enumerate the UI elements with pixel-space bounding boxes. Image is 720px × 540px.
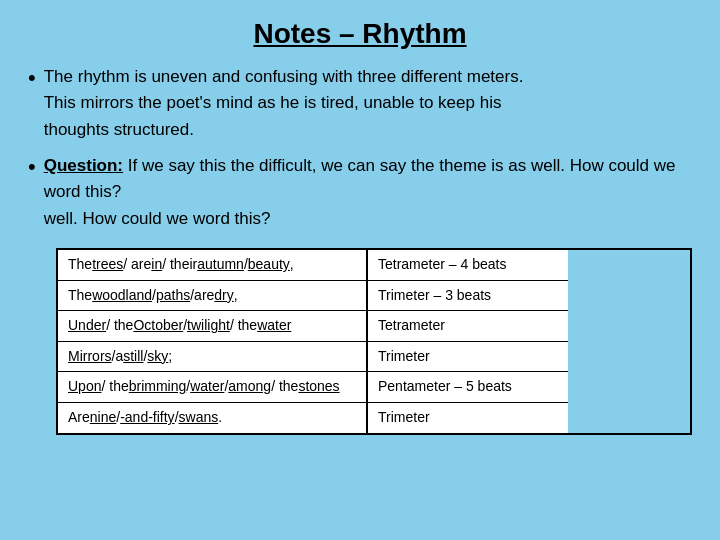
table-right-column: Tetrameter – 4 beats Trimeter – 3 beats …: [368, 250, 568, 433]
table-row: Under/ the October/ twilight/ the water: [58, 311, 366, 342]
table-right-row: Trimeter: [368, 342, 568, 373]
bullet-2-text: Question: If we say this the difficult, …: [44, 153, 692, 232]
table-left-column: The trees/ are in/ their autumn/ beauty,…: [58, 250, 368, 433]
bullet-1-section: • The rhythm is uneven and confusing wit…: [28, 64, 692, 143]
bullet-1-dot: •: [28, 65, 36, 91]
bullet-2-body: If we say this the difficult, we can say…: [44, 156, 676, 201]
table-right-row: Tetrameter: [368, 311, 568, 342]
page-title: Notes – Rhythm: [28, 18, 692, 50]
table-row: Upon/ the brimming/ water/ among/ the st…: [58, 372, 366, 403]
table-right-row: Trimeter: [368, 403, 568, 433]
bullet-2-section: • Question: If we say this the difficult…: [28, 153, 692, 232]
table-row: The trees/ are in/ their autumn/ beauty,: [58, 250, 366, 281]
table-row: Mirrors /a still/ sky;: [58, 342, 366, 373]
table-right-row: Tetrameter – 4 beats: [368, 250, 568, 281]
table-right-row: Trimeter – 3 beats: [368, 281, 568, 312]
bullet-2-dot: •: [28, 154, 36, 180]
table-row: Are nine/-and-fifty/ swans.: [58, 403, 366, 433]
table-row: The woodland /paths /are dry,: [58, 281, 366, 312]
question-label: Question:: [44, 156, 123, 175]
table-right-row: Pentameter – 5 beats: [368, 372, 568, 403]
meter-table: The trees/ are in/ their autumn/ beauty,…: [56, 248, 692, 435]
bullet-1-text: The rhythm is uneven and confusing with …: [44, 64, 524, 143]
page: Notes – Rhythm • The rhythm is uneven an…: [0, 0, 720, 540]
